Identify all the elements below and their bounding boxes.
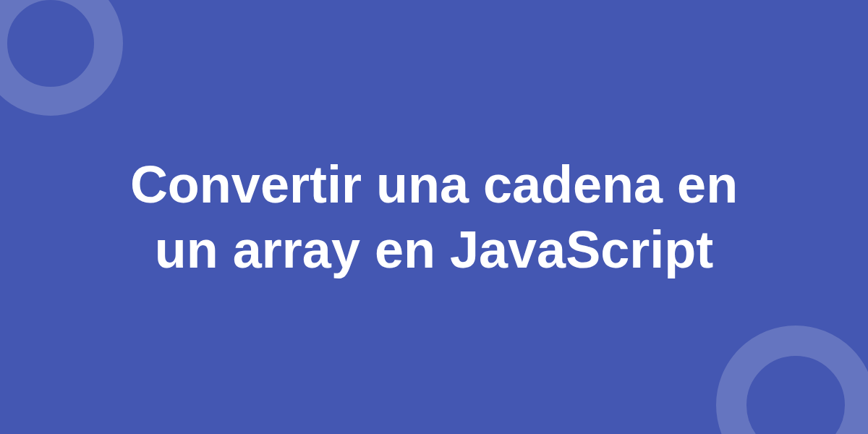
decorative-ring-top-left: [0, 0, 123, 116]
page-title: Convertir una cadena en un array en Java…: [109, 152, 760, 282]
decorative-ring-bottom-right: [716, 326, 868, 434]
